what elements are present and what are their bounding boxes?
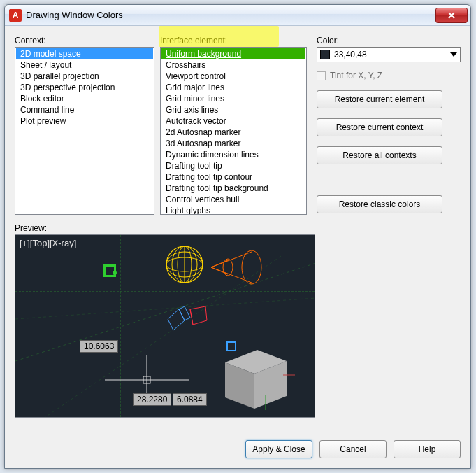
help-button[interactable]: Help (394, 440, 461, 458)
dimension-readout: 28.2280 (133, 393, 171, 406)
interface-label: Interface element: (160, 36, 307, 45)
dimension-readout: 10.6063 (80, 340, 118, 353)
color-swatch-icon (320, 50, 330, 59)
context-label: Context: (15, 36, 154, 45)
interface-column: Interface element: Uniform background Cr… (160, 36, 307, 215)
restore-current-context-button[interactable]: Restore current context (317, 118, 442, 136)
context-item[interactable]: 2D model space (16, 48, 153, 59)
interface-item[interactable]: Drafting tool tip background (161, 183, 305, 194)
apply-close-button[interactable]: Apply & Close (245, 440, 312, 458)
color-label: Color: (317, 36, 461, 45)
interface-item[interactable]: Grid minor lines (161, 93, 305, 104)
svg-line-14 (211, 267, 228, 274)
wireframe-shapes-icon (165, 305, 212, 339)
interface-item[interactable]: 2d Autosnap marker (161, 127, 305, 138)
svg-marker-16 (179, 306, 190, 320)
svg-marker-15 (168, 309, 185, 330)
interface-item[interactable]: Viewport control (161, 71, 305, 82)
restore-classic-colors-button[interactable]: Restore classic colors (317, 195, 442, 213)
dimension-readout: 6.0884 (173, 393, 207, 406)
restore-current-element-button[interactable]: Restore current element (317, 90, 442, 108)
right-column: Color: 33,40,48 Tint for X, Y, Z Restore… (312, 36, 461, 215)
interface-item[interactable]: Drafting tool tip (161, 160, 305, 171)
svg-line-18 (190, 309, 193, 325)
interface-item[interactable]: Grid major lines (161, 82, 305, 93)
restore-all-contexts-button[interactable]: Restore all contexts (317, 146, 442, 164)
tint-label: Tint for X, Y, Z (330, 71, 382, 80)
context-listbox[interactable]: 2D model space Sheet / layout 3D paralle… (15, 47, 154, 215)
context-item[interactable]: Command line (16, 104, 153, 115)
interface-item[interactable]: Control vertices hull (161, 194, 305, 205)
interface-item[interactable]: Autotrack vector (161, 115, 305, 127)
context-item[interactable]: 3D parallel projection (16, 71, 153, 82)
wireframe-cone-icon (207, 248, 263, 287)
preview-overlay-text: [+][Top][X-ray] (20, 238, 76, 248)
green-handle-icon (103, 264, 116, 277)
interface-item[interactable]: Crosshairs (161, 59, 305, 71)
cancel-button[interactable]: Cancel (319, 440, 387, 458)
tint-checkbox[interactable] (317, 71, 326, 80)
context-item[interactable]: Sheet / layout (16, 59, 153, 71)
interface-item[interactable]: Light glyphs (161, 205, 305, 215)
svg-point-9 (242, 250, 261, 284)
interface-listbox[interactable]: Uniform background Crosshairs Viewport c… (160, 47, 307, 215)
preview-area: [+][Top][X-ray] (15, 234, 315, 418)
shaded-cube-icon (217, 346, 295, 410)
context-item[interactable]: Block editor (16, 93, 153, 104)
window-title: Drawing Window Colors (26, 10, 433, 20)
preview-label: Preview: (15, 223, 461, 233)
context-item[interactable]: 3D perspective projection (16, 82, 153, 93)
wireframe-sphere-icon (165, 245, 204, 284)
context-item[interactable]: Plot preview (16, 115, 153, 127)
close-icon (447, 11, 456, 20)
color-value: 33,40,48 (334, 50, 450, 59)
titlebar: A Drawing Window Colors (5, 5, 470, 26)
axis-line-icon (119, 271, 155, 271)
footer: Apply & Close Cancel Help (5, 432, 470, 468)
dialog-window: A Drawing Window Colors Context: 2D mode… (4, 4, 471, 469)
interface-item[interactable]: Grid axis lines (161, 104, 305, 115)
chevron-down-icon (450, 52, 457, 57)
tint-checkbox-row[interactable]: Tint for X, Y, Z (317, 71, 461, 80)
interface-item[interactable]: 3d Autosnap marker (161, 138, 305, 149)
client-area: Context: 2D model space Sheet / layout 3… (5, 26, 470, 432)
context-column: Context: 2D model space Sheet / layout 3… (15, 36, 154, 215)
interface-item[interactable]: Uniform background (161, 48, 305, 59)
interface-item[interactable]: Dynamic dimension lines (161, 149, 305, 160)
app-icon: A (9, 9, 22, 22)
close-button[interactable] (435, 8, 468, 23)
color-dropdown[interactable]: 33,40,48 (317, 47, 461, 62)
grid-line-icon (15, 291, 315, 292)
interface-item[interactable]: Drafting tool tip contour (161, 171, 305, 183)
svg-line-13 (211, 260, 228, 267)
